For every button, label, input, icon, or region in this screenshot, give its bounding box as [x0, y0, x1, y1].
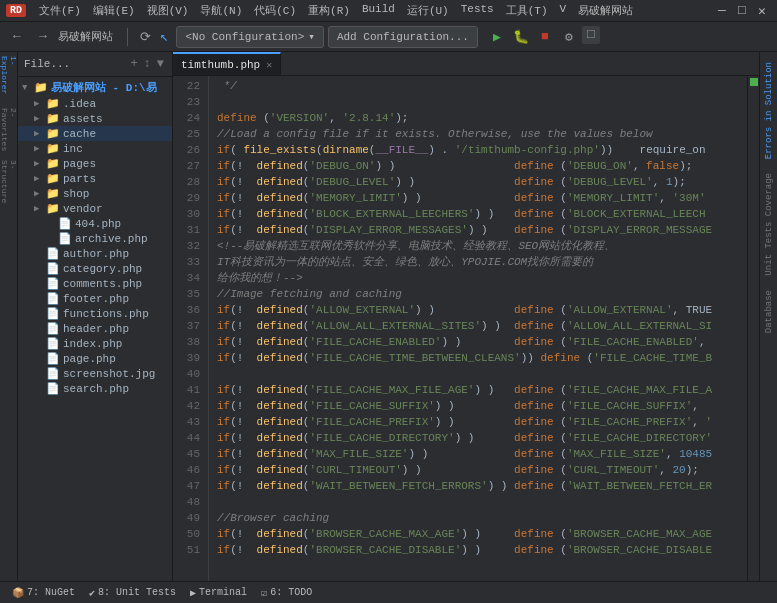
line-num-25: 25 — [173, 126, 200, 142]
line-num-48: 48 — [173, 494, 200, 510]
tab-close-icon[interactable]: ✕ — [266, 59, 272, 71]
close-button[interactable]: ✕ — [753, 2, 771, 20]
editor-tab-bar: timthumb.php ✕ — [173, 52, 759, 76]
archive-label: archive.php — [75, 233, 148, 245]
file-tree-header: File... + ↕ ▼ — [18, 52, 172, 77]
maximize-button[interactable]: □ — [733, 2, 751, 20]
menu-project[interactable]: 易破解网站 — [573, 2, 638, 19]
file-tree-panel: File... + ↕ ▼ ▼ 📁 易破解网站 - D:\易 ▶ 📁 .idea… — [18, 52, 173, 581]
tab-filename: timthumb.php — [181, 59, 260, 71]
todo-icon: ☑ — [261, 587, 267, 599]
stop-icon[interactable]: ■ — [534, 26, 556, 48]
404-label: 404.php — [75, 218, 121, 230]
folder-cache[interactable]: ▶ 📁 cache — [18, 126, 172, 141]
menu-tools[interactable]: 工具(T) — [501, 2, 553, 19]
settings-icon[interactable]: ▼ — [155, 56, 166, 72]
menu-run[interactable]: 运行(U) — [402, 2, 454, 19]
file-screenshot[interactable]: 📄 screenshot.jpg — [18, 366, 172, 381]
line-num-39: 39 — [173, 350, 200, 366]
forward-icon[interactable]: → — [32, 26, 54, 48]
menu-refactor[interactable]: 重构(R) — [303, 2, 355, 19]
folder-inc[interactable]: ▶ 📁 inc — [18, 141, 172, 156]
minimize-button[interactable]: — — [713, 2, 731, 20]
terminal-label: Terminal — [199, 587, 247, 598]
line-num-23: 23 — [173, 94, 200, 110]
file-header[interactable]: 📄 header.php — [18, 321, 172, 336]
unit-tests-tab[interactable]: Unit Tests Coverage — [762, 167, 776, 282]
line-num-46: 46 — [173, 462, 200, 478]
collapse-icon[interactable]: ↕ — [142, 56, 153, 72]
file-index[interactable]: 📄 index.php — [18, 336, 172, 351]
file-author[interactable]: 📄 author.php — [18, 246, 172, 261]
file-404[interactable]: 📄 404.php — [18, 216, 172, 231]
folder-pages[interactable]: ▶ 📁 pages — [18, 156, 172, 171]
line-num-33: 33 — [173, 254, 200, 270]
terminal-tab[interactable]: ▶ Terminal — [184, 585, 253, 601]
menu-v[interactable]: V — [555, 2, 572, 19]
pages-folder-icon: 📁 — [46, 157, 60, 170]
menu-file[interactable]: 文件(F) — [34, 2, 86, 19]
file-footer[interactable]: 📄 footer.php — [18, 291, 172, 306]
menu-code[interactable]: 代码(C) — [249, 2, 301, 19]
database-tab[interactable]: Database — [762, 284, 776, 339]
functions-file-icon: 📄 — [46, 307, 60, 320]
menu-tests[interactable]: Tests — [456, 2, 499, 19]
file-tree-icons: + ↕ ▼ — [128, 56, 166, 72]
structure-tab[interactable]: 3- Structure — [1, 160, 17, 210]
todo-tab[interactable]: ☑ 6: TODO — [255, 585, 318, 601]
config-chevron: ▾ — [308, 30, 315, 43]
folder-shop[interactable]: ▶ 📁 shop — [18, 186, 172, 201]
add-config-button[interactable]: Add Configuration... — [328, 26, 478, 48]
arrow-icon: ↖ — [160, 28, 168, 45]
errors-tab[interactable]: Errors in Solution — [762, 56, 776, 165]
explorer-tab[interactable]: 1- Explorer — [1, 56, 17, 106]
back-icon[interactable]: ← — [6, 26, 28, 48]
active-editor-tab[interactable]: timthumb.php ✕ — [173, 52, 281, 75]
run-icon[interactable]: ▶ — [486, 26, 508, 48]
page-file-icon: 📄 — [46, 352, 60, 365]
page-label: page.php — [63, 353, 116, 365]
nuget-tab[interactable]: 📦 7: NuGet — [6, 585, 81, 601]
folder-assets[interactable]: ▶ 📁 assets — [18, 111, 172, 126]
file-archive[interactable]: 📄 archive.php — [18, 231, 172, 246]
debug-icon[interactable]: 🐛 — [510, 26, 532, 48]
menu-edit[interactable]: 编辑(E) — [88, 2, 140, 19]
search-icon[interactable]: □ — [582, 26, 600, 44]
file-functions[interactable]: 📄 functions.php — [18, 306, 172, 321]
line-num-34: 34 — [173, 270, 200, 286]
left-panel-tabs: 1- Explorer 2- Favorites 3- Structure — [0, 52, 18, 581]
nav-icon[interactable]: ⟳ — [134, 26, 156, 48]
folder-vendor[interactable]: ▶ 📁 vendor — [18, 201, 172, 216]
file-comments[interactable]: 📄 comments.php — [18, 276, 172, 291]
code-editor[interactable]: */ define ('VERSION', '2.8.14'); //Load … — [209, 76, 747, 581]
assets-arrow: ▶ — [34, 113, 46, 124]
file-search[interactable]: 📄 search.php — [18, 381, 172, 396]
file-page[interactable]: 📄 page.php — [18, 351, 172, 366]
folder-parts[interactable]: ▶ 📁 parts — [18, 171, 172, 186]
line-num-22: 22 — [173, 78, 200, 94]
line-numbers: 22 23 24 25 26 27 28 29 30 31 32 33 34 3… — [173, 76, 209, 581]
line-num-42: 42 — [173, 398, 200, 414]
author-label: author.php — [63, 248, 129, 260]
index-label: index.php — [63, 338, 122, 350]
comments-file-icon: 📄 — [46, 277, 60, 290]
root-folder-icon: 📁 — [34, 81, 48, 94]
config-dropdown[interactable]: <No Configuration> ▾ — [176, 26, 323, 48]
favorites-tab[interactable]: 2- Favorites — [1, 108, 17, 158]
settings-icon[interactable]: ⚙ — [558, 26, 580, 48]
assets-folder-icon: 📁 — [46, 112, 60, 125]
menu-nav[interactable]: 导航(N) — [195, 2, 247, 19]
parts-label: parts — [63, 173, 96, 185]
parts-arrow: ▶ — [34, 173, 46, 184]
add-file-icon[interactable]: + — [128, 56, 139, 72]
menu-build[interactable]: Build — [357, 2, 400, 19]
menu-view[interactable]: 视图(V) — [142, 2, 194, 19]
config-label: <No Configuration> — [185, 31, 304, 43]
folder-idea[interactable]: ▶ 📁 .idea — [18, 96, 172, 111]
pages-label: pages — [63, 158, 96, 170]
unit-tests-bottom-tab[interactable]: ✔ 8: Unit Tests — [83, 585, 182, 601]
project-root-item[interactable]: ▼ 📁 易破解网站 - D:\易 — [18, 79, 172, 96]
screenshot-file-icon: 📄 — [46, 367, 60, 380]
nuget-icon: 📦 — [12, 587, 24, 599]
file-category[interactable]: 📄 category.php — [18, 261, 172, 276]
